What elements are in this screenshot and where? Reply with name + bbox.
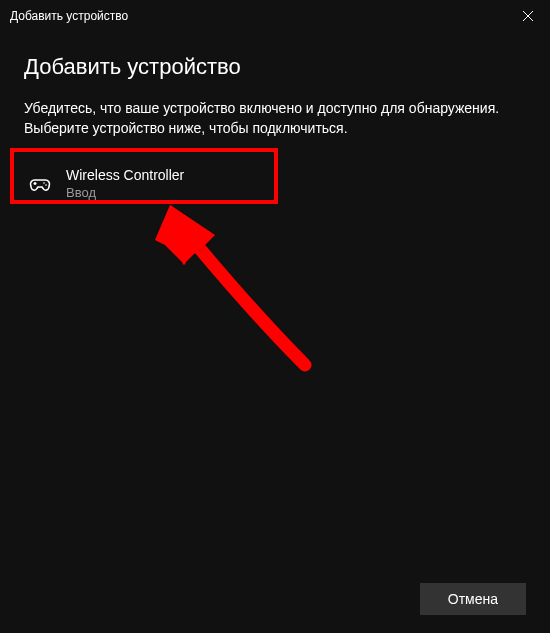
instructions-text: Убедитесь, что ваше устройство включено … <box>24 98 526 139</box>
gamepad-icon <box>28 172 52 196</box>
window-title: Добавить устройство <box>10 9 128 23</box>
cancel-button[interactable]: Отмена <box>420 583 526 615</box>
titlebar: Добавить устройство <box>0 0 550 32</box>
close-icon <box>523 7 533 25</box>
dialog-footer: Отмена <box>420 583 526 615</box>
close-button[interactable] <box>506 0 550 32</box>
device-subtitle-label: Ввод <box>66 185 184 201</box>
svg-point-1 <box>45 184 47 186</box>
page-title: Добавить устройство <box>24 54 526 80</box>
annotation-arrow <box>135 195 315 375</box>
device-list: Wireless Controller Ввод <box>24 157 526 211</box>
device-item-wireless-controller[interactable]: Wireless Controller Ввод <box>24 157 526 211</box>
svg-marker-2 <box>155 205 215 265</box>
svg-point-0 <box>43 182 45 184</box>
device-name-label: Wireless Controller <box>66 167 184 184</box>
device-text: Wireless Controller Ввод <box>66 167 184 201</box>
dialog-content: Добавить устройство Убедитесь, что ваше … <box>0 32 550 211</box>
